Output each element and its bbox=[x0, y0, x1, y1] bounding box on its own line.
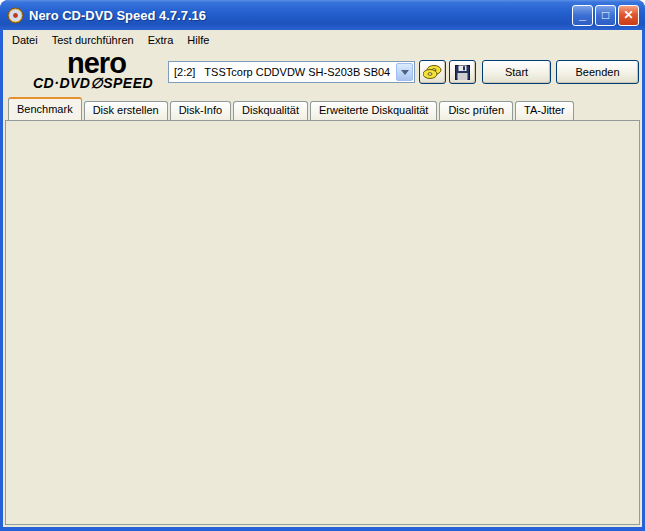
start-button[interactable]: Start bbox=[482, 60, 551, 84]
client-area: Datei Test durchführen Extra Hilfe nero … bbox=[3, 30, 642, 527]
tab-disk-erstellen[interactable]: Disk erstellen bbox=[84, 101, 168, 120]
tab-benchmark[interactable]: Benchmark bbox=[8, 97, 82, 120]
minimize-button[interactable]: _ bbox=[572, 5, 593, 26]
eject-discs-button[interactable] bbox=[419, 60, 446, 84]
menu-datei[interactable]: Datei bbox=[5, 32, 45, 48]
cd-dvd-speed-wordmark: CD·DVD∅SPEED bbox=[33, 75, 163, 91]
title-bar[interactable]: Nero CD-DVD Speed 4.7.7.16 _ □ ✕ bbox=[0, 0, 645, 30]
menu-extra[interactable]: Extra bbox=[141, 32, 181, 48]
tab-erweiterte-diskqualitaet[interactable]: Erweiterte Diskqualität bbox=[310, 101, 437, 120]
tab-diskqualitaet[interactable]: Diskqualität bbox=[233, 101, 308, 120]
tab-ta-jitter[interactable]: TA-Jitter bbox=[515, 101, 574, 120]
drive-selector-value: [2:2] TSSTcorp CDDVDW SH-S203B SB04 bbox=[169, 66, 396, 78]
nero-logo-wordmark: nero bbox=[67, 51, 163, 75]
maximize-button[interactable]: □ bbox=[595, 5, 616, 26]
save-button[interactable] bbox=[449, 60, 476, 84]
menu-test-durchfuehren[interactable]: Test durchführen bbox=[45, 32, 141, 48]
tab-disk-info[interactable]: Disk-Info bbox=[170, 101, 231, 120]
drive-selector-dropdown[interactable]: [2:2] TSSTcorp CDDVDW SH-S203B SB04 bbox=[168, 61, 415, 83]
app-window: Nero CD-DVD Speed 4.7.7.16 _ □ ✕ Datei T… bbox=[0, 0, 645, 531]
chevron-down-icon[interactable] bbox=[396, 63, 413, 81]
close-button[interactable]: ✕ bbox=[618, 5, 639, 26]
discs-icon bbox=[423, 64, 442, 80]
tab-strip: Benchmark Disk erstellen Disk-Info Diskq… bbox=[8, 97, 576, 120]
quit-button[interactable]: Beenden bbox=[556, 60, 639, 84]
app-icon bbox=[7, 7, 24, 24]
menu-hilfe[interactable]: Hilfe bbox=[180, 32, 216, 48]
window-title: Nero CD-DVD Speed 4.7.7.16 bbox=[29, 8, 206, 23]
save-icon bbox=[455, 65, 470, 80]
benchmark-tab-page bbox=[5, 120, 640, 525]
nero-logo: nero CD·DVD∅SPEED bbox=[33, 51, 163, 91]
tab-disc-pruefen[interactable]: Disc prüfen bbox=[439, 101, 513, 120]
